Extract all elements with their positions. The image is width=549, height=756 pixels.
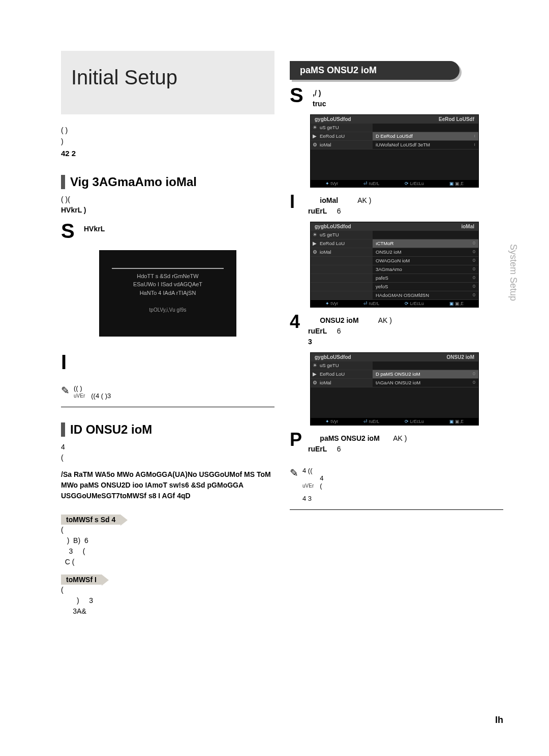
step-line: 3 bbox=[308, 338, 312, 346]
osd-row-val: 0 bbox=[473, 275, 475, 281]
step-number: I bbox=[61, 352, 79, 372]
osd-row-right: D EeRod LoUSdf bbox=[376, 133, 413, 139]
osd-title-left: gygbLoUSdfod bbox=[315, 354, 351, 360]
osd-row-right: HAdoGMAN OSGMfdSN bbox=[376, 292, 429, 298]
note-line: ((4 ( )3 bbox=[91, 392, 111, 400]
step-line: ,/ ) bbox=[313, 89, 321, 97]
osd-row-right: tAGaAN ONSU2 ioM bbox=[376, 380, 420, 386]
caution-body: ( ) B) 6 3 ( C ( bbox=[61, 525, 274, 567]
osd-footer-item: LrEcLu bbox=[405, 181, 423, 186]
section-title: Vig 3AGmaAmo ioMal bbox=[61, 175, 274, 189]
osd-title-left: gygbLoUSdfod bbox=[315, 224, 351, 229]
osd-row-val: 0 bbox=[473, 371, 475, 377]
osd-title-left: gygbLoUSdfod bbox=[315, 116, 351, 122]
osd-footer-item: ruErL bbox=[363, 181, 379, 186]
step-line: AK ) bbox=[393, 434, 407, 442]
osd-row-val: 0 bbox=[473, 380, 475, 386]
osd-footer-item: ▣,E bbox=[449, 419, 464, 424]
pill-header: paMS ONSU2 ioM bbox=[290, 61, 460, 80]
tv-ok-label: tpOLVy,i,Vu gI9s bbox=[112, 306, 224, 314]
step-item: P paMS ONSU2 ioM AK ) ruErL 6 bbox=[290, 431, 503, 455]
osd-row-left: EeRod LoU bbox=[311, 132, 373, 140]
step-number: 4 bbox=[290, 313, 304, 331]
left-column: Initial Setup ( ) ) 42 2 Vig 3AGmaAmo io… bbox=[61, 51, 274, 756]
step-item: S ,/ ) truc bbox=[290, 85, 503, 109]
osd-row-left: ioMal bbox=[311, 379, 373, 387]
tv-line: HdoTT s &Sd rGmNeTW bbox=[112, 272, 224, 281]
side-tab-label: System Setup bbox=[508, 244, 518, 301]
osd-title-right: ONSU2 ioM bbox=[447, 354, 474, 360]
step-number: I bbox=[290, 193, 304, 211]
note-icon: ✎ bbox=[290, 467, 298, 502]
intro-block: ( ) ) 42 2 bbox=[61, 125, 274, 160]
step-item: S HVkrL bbox=[61, 221, 274, 241]
note-line: 4 (( bbox=[302, 467, 503, 474]
section-intro-line: HVkrL ) bbox=[61, 205, 274, 216]
note-icon: ✎ bbox=[61, 384, 70, 400]
osd-footer-item: ▣,E bbox=[449, 301, 464, 306]
caution-body: ( ) 3 3A& bbox=[61, 585, 274, 617]
step-line: 6 bbox=[337, 327, 341, 335]
osd-menu: gygbLoUSdfodEeRod LoUSdf uS geTU EeRod L… bbox=[310, 114, 479, 188]
osd-menu: gygbLoUSdfodONSU2 ioM uS geTU EeRod LoUD… bbox=[310, 352, 479, 426]
osd-footer-item: LrEcLu bbox=[405, 419, 423, 424]
osd-footer-item: tVyr bbox=[325, 181, 338, 186]
section-title: ID ONSU2 ioM bbox=[61, 422, 274, 437]
osd-row-right: 3AGmaAmo bbox=[376, 266, 402, 273]
step-line: ruErL bbox=[308, 207, 327, 215]
osd-row-left: EeRod LoU bbox=[311, 239, 373, 248]
osd-row-left: uS geTU bbox=[311, 361, 373, 370]
step-line: ioMal bbox=[320, 196, 338, 204]
step-line: ONSU2 ioM bbox=[320, 316, 358, 324]
note-label: uVEr bbox=[74, 393, 85, 400]
step-line: 6 bbox=[337, 445, 341, 453]
osd-footer-item: ruErL bbox=[363, 419, 379, 424]
body-line: ( bbox=[61, 452, 274, 463]
osd-footer-item: ▣,E bbox=[449, 181, 464, 186]
osd-row-right: iUWofaNof LoUSdf 3eTM bbox=[376, 142, 430, 148]
step-line: 6 bbox=[337, 207, 341, 215]
step-line: ruErL bbox=[308, 445, 327, 453]
step-text: HVkrL bbox=[84, 221, 105, 234]
osd-row-val: ı bbox=[474, 133, 475, 139]
osd-row-left: ioMal bbox=[311, 141, 373, 149]
osd-row-left: uS geTU bbox=[311, 124, 373, 132]
right-column: paMS ONSU2 ioM S ,/ ) truc gygbLoUSdfodE… bbox=[290, 51, 503, 756]
step-line: AK ) bbox=[378, 316, 392, 324]
note-block: ✎ (( ) uVEr ((4 ( )3 bbox=[61, 377, 274, 407]
note-block: ✎ 4 (( uVEr 4 ( 4 3 bbox=[290, 460, 503, 510]
tv-line: HaNTo 4 IAdA rTIAjSN bbox=[112, 289, 224, 297]
page-number: Ih bbox=[495, 715, 503, 725]
osd-row-left: EeRod LoU bbox=[311, 370, 373, 378]
step-line: truc bbox=[313, 100, 326, 108]
page-title: Initial Setup bbox=[71, 66, 264, 89]
osd-row-val: 0 bbox=[473, 249, 475, 255]
osd-row-right: D paMS ONSU2 ioM bbox=[376, 371, 420, 377]
callout-bold: /Sa RaTM WA5o MWo AGMoGGA(UA)No USGGoUMo… bbox=[61, 469, 274, 501]
osd-row-val: 0 bbox=[473, 258, 475, 264]
osd-row-val: 0 bbox=[473, 292, 475, 298]
step-item: I bbox=[61, 352, 274, 372]
step-line: ruErL bbox=[308, 327, 327, 335]
note-line: (( ) bbox=[74, 384, 274, 392]
osd-row-right: ıCTMoR bbox=[376, 240, 393, 247]
step-item: I ioMal AK ) ruErL 6 bbox=[290, 193, 503, 217]
note-label: uVEr bbox=[302, 483, 314, 490]
note-line: 4 bbox=[320, 474, 323, 482]
note-line: ( bbox=[320, 482, 322, 490]
osd-row-right: OWAGGoN ioM bbox=[376, 258, 410, 264]
step-number: S bbox=[61, 221, 79, 241]
note-line: 4 3 bbox=[302, 495, 503, 502]
section-intro-line: ( )( bbox=[61, 194, 274, 205]
osd-footer-item: tVyr bbox=[325, 301, 338, 306]
step-number: P bbox=[290, 431, 304, 449]
osd-footer-item: tVyr bbox=[325, 419, 338, 424]
caution-tag: toMWSf I bbox=[61, 574, 102, 585]
osd-footer-item: ruErL bbox=[363, 301, 379, 306]
osd-footer-item: LrEcLu bbox=[405, 301, 423, 306]
intro-line: ( ) bbox=[61, 125, 274, 136]
tv-line: ESaUWo I ISad vdAGQAeT bbox=[112, 280, 224, 289]
osd-row-val: ı bbox=[474, 142, 475, 148]
osd-row-right: pafeS bbox=[376, 275, 388, 281]
step-line: AK ) bbox=[357, 196, 371, 204]
